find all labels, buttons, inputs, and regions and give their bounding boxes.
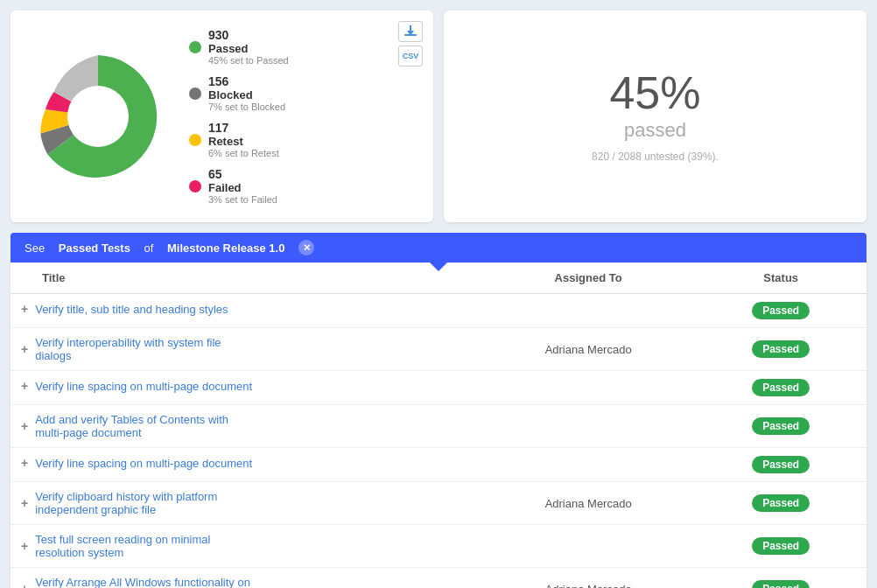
expand-button[interactable]: + (21, 496, 28, 510)
legend-retest-label: Retest (208, 135, 243, 148)
row-assigned (481, 405, 696, 448)
legend-failed: 65 Failed 3% set to Failed (189, 167, 416, 205)
row-status: Passed (695, 371, 866, 405)
row-title[interactable]: Verify title, sub title and heading styl… (35, 303, 228, 316)
expand-button[interactable]: + (21, 456, 28, 470)
status-badge: Passed (752, 456, 810, 473)
legend-passed-label: Passed (208, 42, 249, 55)
expand-button[interactable]: + (21, 342, 28, 356)
row-status: Passed (695, 448, 866, 482)
status-badge: Passed (752, 537, 810, 555)
filter-milestone: Milestone Release 1.0 (167, 242, 284, 255)
stats-percent: 45% (609, 70, 700, 116)
row-title[interactable]: Verify clipboard history with platform i… (35, 490, 259, 516)
legend-blocked-sub: 7% set to Blocked (208, 102, 285, 112)
expand-button[interactable]: + (21, 302, 28, 316)
csv-label: CSV (403, 52, 419, 60)
row-status: Passed (695, 482, 866, 525)
legend-failed-count: 65 (208, 167, 277, 181)
row-assigned (481, 294, 696, 328)
table-row: +Test full screen reading on minimal res… (11, 525, 866, 568)
row-status: Passed (695, 525, 866, 568)
row-assigned (481, 525, 696, 568)
legend-retest-count: 117 (208, 121, 279, 135)
status-badge: Passed (752, 494, 810, 512)
col-header-status: Status (695, 262, 866, 294)
row-status: Passed (695, 328, 866, 371)
legend-dot-retest (189, 134, 201, 146)
legend-passed-count: 930 (208, 28, 289, 42)
chart-legend: 930 Passed 45% set to Passed 156 Blocked… (189, 28, 416, 205)
expand-button[interactable]: + (21, 419, 28, 433)
row-assigned: Adriana Mercado (481, 482, 696, 525)
row-assigned: Adriana Mercado (481, 568, 696, 589)
csv-download-button[interactable]: CSV (398, 46, 423, 66)
table-row: +Verify title, sub title and heading sty… (11, 294, 866, 328)
status-badge: Passed (752, 302, 810, 319)
table-row: +Add and verify Tables of Contents with … (11, 405, 866, 448)
filter-prefix: See (25, 242, 45, 255)
legend-dot-failed (189, 180, 201, 192)
status-badge: Passed (752, 580, 810, 588)
stats-label: passed (624, 119, 686, 142)
filter-conjunction: of (144, 242, 154, 255)
row-status: Passed (695, 294, 866, 328)
row-status: Passed (695, 405, 866, 448)
svg-point-0 (67, 86, 129, 147)
filter-keyword: Passed Tests (59, 242, 130, 255)
expand-button[interactable]: + (21, 582, 28, 588)
table-row: +Verify line spacing on multi-page docum… (11, 448, 866, 482)
table-body: +Verify title, sub title and heading sty… (11, 294, 866, 589)
status-badge: Passed (752, 417, 810, 435)
row-title[interactable]: Verify Arrange All Windows functionality… (35, 576, 259, 588)
row-title[interactable]: Verify line spacing on multi-page docume… (35, 457, 252, 470)
top-section: 930 Passed 45% set to Passed 156 Blocked… (0, 0, 877, 233)
legend-blocked: 156 Blocked 7% set to Blocked (189, 74, 416, 112)
legend-passed-sub: 45% set to Passed (208, 55, 289, 66)
row-title[interactable]: Add and verify Tables of Contents with m… (35, 413, 259, 439)
pie-chart (28, 46, 168, 186)
table-row: +Verify Arrange All Windows functionalit… (11, 568, 866, 589)
row-assigned (481, 371, 696, 405)
table-row: +Verify interoperability with system fil… (11, 328, 866, 371)
filter-bar: See Passed Tests of Milestone Release 1.… (11, 233, 866, 262)
legend-failed-label: Failed (208, 181, 242, 194)
status-badge: Passed (752, 340, 810, 358)
table-row: +Verify clipboard history with platform … (11, 482, 866, 525)
row-assigned: Adriana Mercado (481, 328, 696, 371)
col-header-title: Title (11, 262, 481, 294)
results-table: Title Assigned To Status +Verify title, … (11, 262, 866, 588)
chart-card: 930 Passed 45% set to Passed 156 Blocked… (11, 10, 433, 222)
legend-blocked-label: Blocked (208, 88, 253, 102)
download-button[interactable] (398, 21, 423, 42)
chart-actions: CSV (398, 21, 423, 66)
row-status: Passed (695, 568, 866, 589)
filter-close-button[interactable]: ✕ (298, 240, 314, 256)
legend-failed-sub: 3% set to Failed (208, 194, 277, 205)
status-badge: Passed (752, 379, 810, 396)
svg-rect-3 (410, 25, 411, 32)
row-title[interactable]: Test full screen reading on minimal reso… (35, 533, 259, 559)
row-assigned (481, 448, 696, 482)
legend-dot-passed (189, 41, 201, 53)
table-row: +Verify line spacing on multi-page docum… (11, 371, 866, 405)
results-table-wrapper: Title Assigned To Status +Verify title, … (11, 262, 866, 588)
stats-sub: 820 / 2088 untested (39%). (592, 150, 719, 163)
legend-dot-blocked (189, 88, 201, 100)
row-title[interactable]: Verify line spacing on multi-page docume… (35, 380, 252, 393)
col-header-assigned: Assigned To (481, 262, 696, 294)
legend-passed: 930 Passed 45% set to Passed (189, 28, 416, 66)
legend-retest: 117 Retest 6% set to Retest (189, 121, 416, 158)
legend-retest-sub: 6% set to Retest (208, 148, 279, 158)
legend-blocked-count: 156 (208, 74, 285, 88)
expand-button[interactable]: + (21, 539, 28, 553)
stats-card: 45% passed 820 / 2088 untested (39%). (444, 10, 866, 222)
expand-button[interactable]: + (21, 379, 28, 393)
row-title[interactable]: Verify interoperability with system file… (35, 336, 259, 362)
